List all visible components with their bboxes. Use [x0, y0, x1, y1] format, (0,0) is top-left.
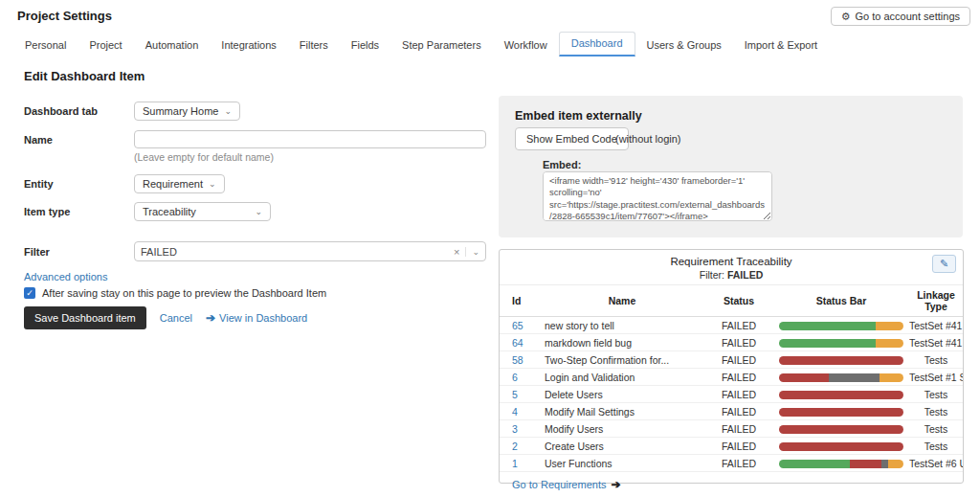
entity-select[interactable]: Requirement ⌄ — [134, 174, 225, 193]
table-row: 58 Two-Step Confirmation for... FAILED T… — [500, 351, 963, 369]
tab-automation[interactable]: Automation — [134, 34, 211, 56]
trace-filter-label: Filter: — [700, 269, 724, 281]
dashboard-tab-value: Summary Home — [143, 105, 218, 117]
view-in-dashboard-label: View in Dashboard — [219, 312, 307, 324]
filter-select[interactable]: FAILED × ⌄ — [134, 241, 486, 261]
item-type-value: Traceability — [143, 206, 196, 217]
row-status: FAILED — [704, 354, 773, 366]
clear-icon[interactable]: × — [448, 246, 465, 258]
edit-dashboard-item-pencil-button[interactable]: ✎ — [932, 255, 956, 273]
column-header-id: Id — [500, 291, 540, 310]
row-id-link[interactable]: 5 — [500, 389, 540, 400]
trace-table-header: Id Name Status Status Bar Linkage Type — [500, 285, 963, 317]
chevron-down-icon: ⌄ — [224, 107, 232, 116]
row-status-bar — [773, 441, 909, 452]
row-status-bar — [773, 423, 909, 435]
row-id-link[interactable]: 58 — [500, 354, 540, 366]
table-row: 65 new story to tell FAILED TestSet #41 … — [500, 317, 963, 334]
row-name: new story to tell — [540, 320, 704, 331]
pencil-icon: ✎ — [940, 258, 948, 269]
advanced-options-link[interactable]: Advanced options — [24, 271, 107, 282]
row-name: Two-Step Confirmation for... — [540, 354, 704, 366]
status-bar-segment-green — [779, 339, 876, 348]
chevron-down-icon: ⌄ — [255, 208, 262, 216]
table-row: 64 markdown field bug FAILED TestSet #41… — [500, 334, 963, 351]
name-hint: (Leave empty for default name) — [134, 151, 274, 163]
row-linkage-type: Tests — [909, 406, 963, 418]
trace-panel-footer: Go to Requirements ➔ — [500, 472, 963, 491]
name-input[interactable] — [134, 130, 486, 148]
status-bar-segment-red — [779, 442, 903, 451]
row-status-bar — [773, 406, 909, 418]
row-id-link[interactable]: 1 — [500, 458, 540, 469]
column-header-name: Name — [540, 291, 704, 310]
page-title: Project Settings — [17, 9, 112, 23]
item-type-row: Item type Traceability ⌄ — [24, 202, 271, 221]
tab-integrations[interactable]: Integrations — [210, 34, 287, 56]
filter-row: Filter FAILED × ⌄ — [24, 241, 486, 261]
project-settings-page: Project Settings ⚙ Go to account setting… — [0, 0, 980, 497]
row-id-link[interactable]: 2 — [500, 441, 540, 452]
status-bar-segment-orange — [876, 322, 903, 330]
tab-workflow[interactable]: Workflow — [493, 34, 559, 56]
table-row: 1 User Functions FAILED TestSet #6 Users… — [500, 455, 963, 472]
row-id-link[interactable]: 65 — [500, 320, 540, 331]
chevron-down-icon: ⌄ — [465, 247, 479, 257]
row-status: FAILED — [704, 320, 773, 331]
row-id-link[interactable]: 3 — [500, 423, 540, 435]
tab-personal[interactable]: Personal — [13, 34, 78, 56]
tab-users-groups[interactable]: Users & Groups — [635, 34, 733, 56]
without-login-label: (without login) — [615, 133, 680, 145]
row-linkage-type: TestSet #1 System Login — [909, 372, 963, 383]
entity-label: Entity — [24, 178, 134, 190]
form-actions: Save Dashboard item Cancel ➔ View in Das… — [24, 306, 307, 329]
tab-fields[interactable]: Fields — [340, 34, 390, 56]
cancel-link[interactable]: Cancel — [160, 312, 192, 324]
edit-dashboard-item-form: Edit Dashboard Item Dashboard tab Summar… — [24, 69, 488, 356]
row-name: Modify Mail Settings — [540, 406, 704, 418]
embed-heading: Embed item externally — [515, 109, 642, 123]
row-id-link[interactable]: 64 — [500, 337, 540, 349]
embed-code-textarea[interactable]: <iframe width='912' height='430' framebo… — [543, 171, 772, 221]
status-bar-segment-green — [779, 460, 850, 468]
filter-value: FAILED — [141, 246, 448, 258]
tab-dashboard[interactable]: Dashboard — [559, 32, 635, 56]
row-id-link[interactable]: 6 — [500, 372, 540, 383]
row-name: Delete Users — [540, 389, 704, 400]
item-type-label: Item type — [24, 206, 134, 217]
tab-import-export[interactable]: Import & Export — [733, 34, 829, 56]
tab-project[interactable]: Project — [78, 34, 133, 56]
row-status-bar — [773, 354, 909, 366]
dashboard-tab-select[interactable]: Summary Home ⌄ — [134, 102, 240, 121]
form-heading: Edit Dashboard Item — [24, 69, 145, 83]
tab-step-parameters[interactable]: Step Parameters — [390, 34, 493, 56]
row-id-link[interactable]: 4 — [500, 406, 540, 418]
go-to-account-settings-button[interactable]: ⚙ Go to account settings — [831, 7, 970, 26]
tab-filters[interactable]: Filters — [288, 34, 340, 56]
row-linkage-type: TestSet #41 Demo Tes... — [909, 337, 963, 349]
row-status-bar — [773, 389, 909, 400]
row-linkage-type: TestSet #41 Demo Tes... — [909, 320, 963, 331]
entity-value: Requirement — [143, 178, 203, 190]
row-status: FAILED — [704, 406, 773, 418]
item-type-select[interactable]: Traceability ⌄ — [134, 202, 271, 221]
stay-on-page-checkbox[interactable]: ✓ — [24, 287, 35, 299]
view-in-dashboard-link[interactable]: ➔ View in Dashboard — [206, 311, 307, 325]
embed-code-label: Embed: — [543, 159, 581, 170]
show-embed-code-button[interactable]: Show Embed Code — [515, 127, 629, 150]
row-status-bar — [773, 320, 909, 331]
row-linkage-type: Tests — [909, 389, 963, 400]
stay-on-page-label: After saving stay on this page to previe… — [42, 287, 326, 299]
save-dashboard-item-button[interactable]: Save Dashboard item — [24, 306, 146, 329]
go-to-requirements-link[interactable]: Go to Requirements — [512, 479, 606, 490]
trace-filter-value: FAILED — [727, 269, 763, 281]
table-row: 5 Delete Users FAILED Tests — [500, 386, 963, 403]
dashboard-tab-row: Dashboard tab Summary Home ⌄ — [24, 102, 240, 121]
column-header-status-bar: Status Bar — [773, 291, 909, 310]
stay-on-page-row: ✓ After saving stay on this page to prev… — [24, 287, 326, 299]
row-linkage-type: TestSet #6 Users Defi... — [909, 458, 963, 469]
table-row: 2 Create Users FAILED Tests — [500, 438, 963, 455]
name-label: Name — [24, 134, 134, 146]
settings-tabbar: PersonalProjectAutomationIntegrationsFil… — [13, 32, 970, 56]
status-bar-segment-red — [779, 408, 903, 417]
